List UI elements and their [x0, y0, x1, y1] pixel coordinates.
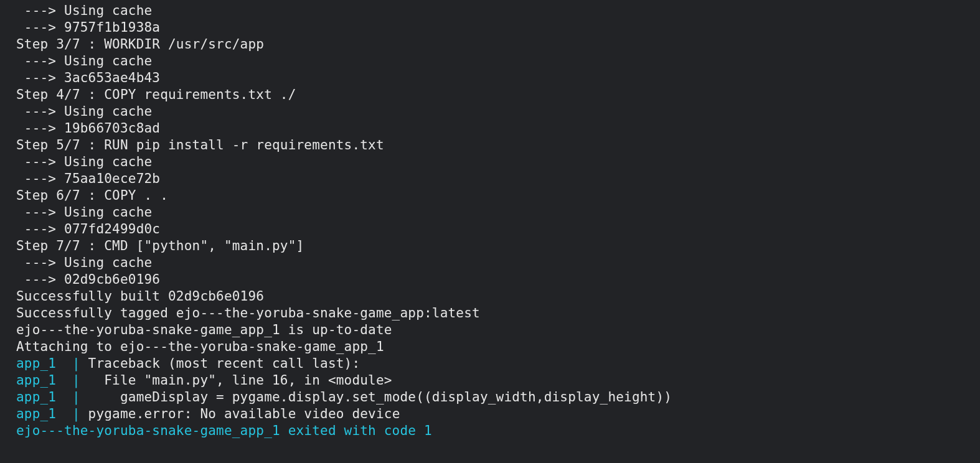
terminal-line: ---> 077fd2499d0c	[16, 221, 964, 238]
terminal-line: ejo---the-yoruba-snake-game_app_1 exited…	[16, 423, 964, 439]
terminal-segment: ---> Using cache	[16, 54, 152, 68]
terminal-segment: Attaching to ejo---the-yoruba-snake-game…	[16, 339, 384, 354]
terminal-segment: Step 5/7 : RUN pip install -r requiremen…	[16, 138, 384, 152]
terminal-line: app_1 | File "main.py", line 16, in <mod…	[16, 372, 964, 389]
terminal-line: Step 7/7 : CMD ["python", "main.py"]	[16, 238, 964, 255]
terminal-segment: ---> Using cache	[16, 154, 152, 169]
terminal-segment: Step 4/7 : COPY requirements.txt ./	[16, 87, 296, 102]
terminal-segment: app_1 |	[16, 406, 80, 421]
terminal-line: Step 6/7 : COPY . .	[16, 187, 964, 204]
terminal-line: ---> 75aa10ece72b	[16, 171, 964, 187]
terminal-segment: ejo---the-yoruba-snake-game_app_1 exited…	[16, 423, 432, 438]
terminal-segment: ---> 02d9cb6e0196	[16, 272, 160, 287]
terminal-line: Step 5/7 : RUN pip install -r requiremen…	[16, 137, 964, 154]
terminal-segment: Traceback (most recent call last):	[80, 356, 360, 371]
terminal-line: ---> 9757f1b1938a	[16, 19, 964, 36]
terminal-segment: pygame.error: No available video device	[80, 406, 400, 421]
terminal-segment: Step 3/7 : WORKDIR /usr/src/app	[16, 37, 264, 52]
terminal-segment: ---> Using cache	[16, 3, 152, 18]
terminal-line: app_1 | Traceback (most recent call last…	[16, 355, 964, 372]
terminal-segment: ---> Using cache	[16, 104, 152, 119]
terminal-line: Successfully built 02d9cb6e0196	[16, 288, 964, 305]
terminal-segment: Successfully tagged ejo---the-yoruba-sna…	[16, 306, 480, 320]
terminal-line: app_1 | gameDisplay = pygame.display.set…	[16, 389, 964, 406]
terminal-segment: Step 6/7 : COPY . .	[16, 188, 168, 203]
terminal-line: Successfully tagged ejo---the-yoruba-sna…	[16, 305, 964, 322]
terminal-line: ---> Using cache	[16, 154, 964, 171]
terminal-segment: ---> 19b66703c8ad	[16, 121, 160, 136]
terminal-line: ---> 02d9cb6e0196	[16, 271, 964, 288]
terminal-segment: ---> Using cache	[16, 255, 152, 270]
terminal-segment: File "main.py", line 16, in <module>	[80, 373, 392, 388]
terminal-segment: ---> Using cache	[16, 205, 152, 220]
terminal-line: ---> 19b66703c8ad	[16, 120, 964, 137]
terminal-segment: ---> 75aa10ece72b	[16, 171, 160, 186]
terminal-line: ---> Using cache	[16, 53, 964, 70]
terminal-segment: Successfully built 02d9cb6e0196	[16, 289, 264, 304]
terminal-line: ---> Using cache	[16, 103, 964, 120]
terminal-line: ejo---the-yoruba-snake-game_app_1 is up-…	[16, 322, 964, 339]
terminal-line: ---> Using cache	[16, 2, 964, 19]
terminal-segment: Step 7/7 : CMD ["python", "main.py"]	[16, 238, 304, 253]
terminal-line: Step 3/7 : WORKDIR /usr/src/app	[16, 36, 964, 53]
terminal-line: Step 4/7 : COPY requirements.txt ./	[16, 87, 964, 103]
terminal-line: ---> Using cache	[16, 255, 964, 271]
terminal-segment: gameDisplay = pygame.display.set_mode((d…	[80, 390, 672, 405]
terminal-segment: app_1 |	[16, 390, 80, 405]
terminal-segment: ejo---the-yoruba-snake-game_app_1 is up-…	[16, 322, 392, 337]
terminal-segment: ---> 077fd2499d0c	[16, 222, 160, 236]
terminal-line: ---> Using cache	[16, 204, 964, 221]
terminal-segment: app_1 |	[16, 356, 80, 371]
terminal-line: app_1 | pygame.error: No available video…	[16, 406, 964, 423]
terminal-segment: ---> 3ac653ae4b43	[16, 70, 160, 85]
terminal-segment: app_1 |	[16, 373, 80, 388]
terminal-line: Attaching to ejo---the-yoruba-snake-game…	[16, 339, 964, 355]
terminal-output[interactable]: ---> Using cache ---> 9757f1b1938aStep 3…	[0, 0, 980, 439]
terminal-line: ---> 3ac653ae4b43	[16, 70, 964, 87]
terminal-segment: ---> 9757f1b1938a	[16, 20, 160, 35]
